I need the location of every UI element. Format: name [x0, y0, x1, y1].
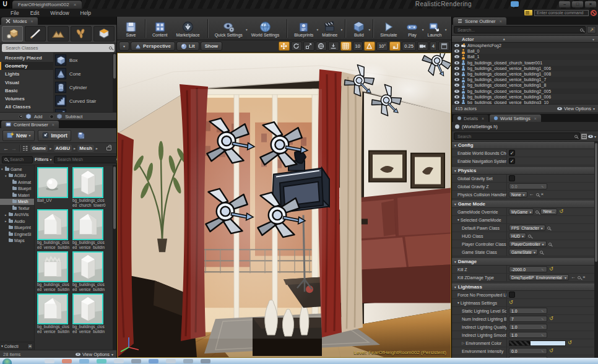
folder-archvis[interactable]: ▸ArchVis — [0, 212, 34, 219]
checkbox[interactable] — [509, 292, 515, 298]
outliner-row-bg-buildings-closed-venice-building1-008[interactable]: bg_buildings_closed_venice_building1_008 — [452, 71, 598, 77]
category-lights[interactable]: Lights — [0, 70, 53, 78]
section-header-config[interactable]: ▾Config — [452, 142, 594, 149]
color-swatch[interactable] — [509, 340, 566, 346]
toolbar-button-simulate[interactable]: Simulate — [376, 20, 402, 37]
level-document-tab[interactable]: FearOfHeightRoom002 × — [12, 1, 82, 9]
minimize-button[interactable]: – — [559, 1, 570, 7]
taskbar-item[interactable] — [131, 359, 141, 363]
visibility-eye-icon[interactable] — [454, 67, 459, 70]
dropdown[interactable]: GameState▾ — [509, 249, 538, 255]
visibility-eye-icon[interactable] — [454, 101, 459, 104]
breadcrumb-game[interactable]: Game — [30, 145, 48, 152]
grid-snap-button[interactable] — [340, 41, 352, 51]
menu-edit[interactable]: Edit — [25, 10, 45, 16]
section-header-damage[interactable]: ▾Damage — [452, 258, 594, 266]
section-header-lightmass[interactable]: ▾Lightmass — [452, 284, 594, 291]
outliner-row-bg-buildings-closed-venice-building2-005[interactable]: bg_buildings_closed_venice_building2_005 — [452, 89, 598, 94]
toolbar-button-save[interactable]: Save — [121, 20, 142, 37]
visibility-eye-icon[interactable] — [454, 78, 459, 81]
windows-taskbar[interactable] — [0, 358, 598, 364]
folder-textur[interactable]: Textur — [0, 205, 34, 212]
toolbar-button-content[interactable]: Content — [149, 20, 173, 37]
folder-audio[interactable]: ▸Audio — [0, 218, 34, 225]
value-field[interactable]: 1.0↔ — [509, 332, 547, 338]
taskbar-item[interactable] — [79, 359, 89, 363]
folder-animat[interactable]: Animat — [0, 179, 34, 186]
scale-snap-value[interactable]: 0.25 — [402, 41, 416, 51]
lock-icon[interactable] — [106, 147, 111, 150]
column-filter-icon[interactable]: ▾ — [592, 37, 594, 41]
folder-maps[interactable]: Maps — [0, 238, 34, 245]
dropdown[interactable]: FPS_Character▾ — [509, 225, 545, 231]
surface-snap-button[interactable] — [328, 41, 339, 51]
breadcrumb-mesh[interactable]: Mesh — [77, 145, 93, 152]
expand-triangle-icon[interactable]: ▾ — [457, 218, 459, 222]
outliner-row-bg-buildings-closed-venice-building1-006[interactable]: bg_buildings_closed_venice_building1_006 — [452, 66, 598, 71]
collections-bar[interactable]: ▾ Collecti + — [0, 342, 34, 350]
outliner-row-bg-buildings-closed-church-tower001[interactable]: bg_buildings_closed_church_tower001 — [452, 60, 598, 66]
value-field[interactable]: 0.0↔ — [509, 183, 547, 189]
asset-bg-buildings-closed-church-tower0-1[interactable]: bg_buildings_closed_church_tower0 — [72, 167, 106, 207]
lit-mode-button[interactable]: Lit — [176, 41, 199, 51]
modes-scrollbar[interactable] — [113, 53, 116, 112]
search-icon[interactable] — [548, 243, 552, 246]
outliner-header[interactable]: Actor ▲ ▾ — [452, 35, 598, 43]
asset-bg-buildings-closed-venice-buildin-5[interactable]: bg_buildings_closed_venice_buildin — [72, 251, 106, 292]
search-icon[interactable] — [536, 193, 539, 196]
taskbar-item[interactable] — [201, 359, 210, 363]
landscape-mode-button[interactable] — [48, 26, 69, 41]
outliner-row-atmosphericfog2[interactable]: AtmosphericFog2 — [452, 43, 598, 48]
asset-search-input[interactable] — [56, 157, 115, 162]
folder-materi[interactable]: Materi — [0, 192, 34, 199]
paint-mode-button[interactable] — [25, 26, 46, 41]
rotate-tool-button[interactable] — [291, 41, 302, 51]
placeable-box[interactable]: Box — [55, 53, 113, 67]
scale-snap-button[interactable] — [389, 41, 401, 51]
geometry-edit-mode-button[interactable] — [93, 26, 115, 41]
menu-window[interactable]: Window — [45, 10, 74, 16]
panel-close-icon[interactable]: × — [500, 19, 502, 24]
section-header-game-mode[interactable]: ▾Game Mode — [452, 201, 594, 208]
dropdown[interactable]: DmgTypeBP_Environmental▾ — [509, 274, 569, 280]
rotation-snap-value[interactable]: 10° — [376, 41, 388, 51]
folder-mesh[interactable]: Mesh — [0, 199, 34, 206]
new-asset-button[interactable]: New ▾ — [2, 130, 35, 141]
category-volumes[interactable]: Volumes — [0, 95, 53, 103]
tree-arrow-icon[interactable]: ▸ — [5, 219, 8, 223]
add-label[interactable]: Add — [34, 114, 42, 119]
folder-agbu[interactable]: ▾AGBU — [0, 173, 34, 180]
tree-arrow-icon[interactable]: ▾ — [5, 174, 8, 178]
dropdown-caret-icon[interactable]: ▾ — [340, 28, 342, 32]
asset-bg-buildings-closed-venice-buildin-4[interactable]: bg_buildings_closed_venice_buildin — [37, 251, 71, 292]
sources-search-input[interactable] — [9, 157, 30, 162]
asset-bg-buildings-closed-venice-buildin-2[interactable]: bg_buildings_closed_venice_buildin — [37, 209, 71, 249]
toolbar-button-launch[interactable]: Launch▾ — [423, 20, 446, 37]
visibility-eye-icon[interactable] — [454, 84, 459, 87]
asset-bg-buildings-closed-venice-buildin-7[interactable]: bg_buildings_closed_venice_buildin — [72, 293, 106, 334]
add-radio[interactable] — [19, 115, 23, 119]
camera-speed-value[interactable]: 4 — [430, 41, 437, 51]
assets-scrollbar[interactable] — [113, 165, 116, 350]
toolbar-button-matinee[interactable]: Matinee▾ — [318, 20, 342, 37]
category-visual[interactable]: Visual — [0, 79, 53, 87]
visibility-eye-icon[interactable] — [454, 72, 459, 76]
taskbar-item[interactable] — [166, 359, 176, 363]
tree-arrow-icon[interactable]: ▾ — [1, 167, 4, 171]
visibility-eye-icon[interactable] — [454, 55, 459, 58]
reset-to-default-icon[interactable]: ↺ — [568, 340, 572, 345]
asset-bg-buildings-closed-venice-buildin-3[interactable]: bg_buildings_closed_venice_buildin — [72, 209, 106, 249]
import-button[interactable]: Import — [38, 130, 71, 141]
search-icon[interactable] — [540, 251, 543, 254]
asset-bg-buildings-closed-venice-buildin-6[interactable]: bg_buildings_closed_venice_buildin — [37, 293, 71, 334]
outliner-search-box[interactable] — [454, 26, 586, 33]
dropdown-caret-icon[interactable]: ▾ — [368, 28, 370, 32]
perspective-button[interactable]: Perspective — [131, 41, 175, 51]
value-field[interactable]: 0.0↔ — [509, 348, 547, 354]
viewport-3d[interactable]: Level: FearOfHeightRoom002 (Persistent) — [117, 53, 451, 358]
reset-to-default-icon[interactable]: ↺ — [509, 300, 513, 305]
reset-to-default-icon[interactable]: ↺ — [549, 349, 553, 353]
dropdown[interactable]: None▾ — [509, 191, 527, 197]
camera-speed-button[interactable] — [417, 41, 428, 51]
show-flags-button[interactable]: Show — [201, 41, 222, 51]
